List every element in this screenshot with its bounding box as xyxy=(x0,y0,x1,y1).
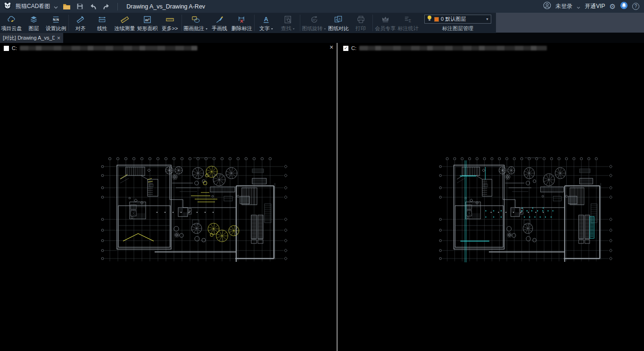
toolbar-rotate-drawing-button: 90°图纸旋转▼ xyxy=(301,13,327,33)
bulb-icon xyxy=(427,15,432,24)
compare-view: C: × ✓ C: xyxy=(0,43,644,351)
app-name: 熊猫CAD看图 xyxy=(16,2,50,10)
linear-label: 线性 xyxy=(97,25,107,32)
toolbar-layers-button[interactable]: 图层 xyxy=(23,13,45,33)
right-pane-header: ✓ C: xyxy=(343,44,547,52)
left-drawing-canvas[interactable] xyxy=(100,155,289,264)
title-bar: 熊猫CAD看图 xyxy=(0,0,644,13)
text-label: 文字 xyxy=(259,25,270,32)
settings-gear-icon[interactable]: ⚙ xyxy=(610,3,616,10)
toolbar-annotation-stats-button: Σ标注统计 xyxy=(396,13,420,33)
document-title: Drawing A_vs_Drawing A-Rev xyxy=(122,3,205,10)
toolbar-ribbon: 项目云盘图层N:N设置比例对齐线性连续测量m²矩形面积更多>>圈画批注▼手画线删… xyxy=(0,13,644,33)
toolbar-more-button[interactable]: 更多>> xyxy=(159,13,181,33)
cad-viewer-window: 熊猫CAD看图 xyxy=(0,0,644,351)
linear-icon xyxy=(98,14,107,25)
left-file-checkbox[interactable] xyxy=(4,46,9,51)
svg-text:N:N: N:N xyxy=(53,18,59,22)
compare-drawing-label: 图纸对比 xyxy=(328,25,349,32)
svg-text:A: A xyxy=(336,18,338,21)
redo-button[interactable] xyxy=(101,2,111,11)
rect-area-icon: m² xyxy=(143,14,152,25)
toolbar-separator xyxy=(372,15,373,31)
annotation-stats-label: 标注统计 xyxy=(398,25,419,32)
circle-annotate-label: 圈画批注 xyxy=(183,25,204,32)
toolbar-continuous-measure-button[interactable]: 连续测量 xyxy=(113,13,136,33)
more-label: 更多>> xyxy=(162,25,178,32)
right-file-path-redacted xyxy=(359,46,547,50)
toolbar-text-button[interactable]: A文字▼ xyxy=(256,13,277,33)
left-pane-close-icon[interactable]: × xyxy=(330,44,333,50)
open-file-button[interactable] xyxy=(62,2,71,11)
svg-text:VIP: VIP xyxy=(384,18,387,21)
rotate-drawing-icon: 90° xyxy=(310,14,319,25)
title-separator xyxy=(117,3,118,10)
pane-divider[interactable] xyxy=(337,43,338,351)
open-vip-button[interactable]: 开通VIP xyxy=(585,2,605,10)
set-scale-icon: N:N xyxy=(51,14,60,25)
continuous-measure-label: 连续测量 xyxy=(114,25,135,32)
vip-exclusive-label: 会员专享 xyxy=(375,25,396,32)
layer-dropdown-value: 0 默认图层 xyxy=(441,16,484,23)
toolbar-align-button[interactable]: 对齐 xyxy=(70,13,91,33)
login-status[interactable]: 未登录 xyxy=(555,2,572,10)
layer-color-swatch xyxy=(434,17,439,22)
tab-bar: [对比] Drawing A_vs_Dra... × xyxy=(0,33,644,43)
right-file-checkbox[interactable]: ✓ xyxy=(343,46,348,51)
toolbar-separator xyxy=(300,15,300,31)
find-icon xyxy=(283,14,292,25)
toolbar-separator xyxy=(254,15,255,31)
rotate-drawing-caret-icon: ▼ xyxy=(323,27,326,30)
toolbar-freehand-line-button[interactable]: 手画线 xyxy=(209,13,231,33)
tab-close-icon[interactable]: × xyxy=(57,35,60,41)
svg-text:m²: m² xyxy=(145,17,150,22)
toolbar-set-scale-button[interactable]: N:N设置比例 xyxy=(45,13,68,33)
user-account-icon[interactable] xyxy=(543,1,551,11)
toolbar-rect-area-button[interactable]: m²矩形面积 xyxy=(136,13,159,33)
continuous-measure-icon xyxy=(120,14,129,25)
project-cloud-label: 项目云盘 xyxy=(1,25,22,32)
svg-text:A: A xyxy=(339,17,341,20)
tab-compare-drawing[interactable]: [对比] Drawing A_vs_Dra... × xyxy=(0,33,63,43)
undo-button[interactable] xyxy=(88,2,98,11)
toolbar-separator xyxy=(68,15,69,31)
delete-annotation-icon xyxy=(237,14,246,25)
toolbar-circle-annotate-button[interactable]: 圈画批注▼ xyxy=(183,13,209,33)
tab-label: [对比] Drawing A_vs_Dra... xyxy=(3,34,55,42)
toolbar-compare-drawing-button[interactable]: AA图纸对比 xyxy=(327,13,350,33)
left-file-drive: C: xyxy=(12,45,17,51)
find-label: 查找 xyxy=(281,25,291,32)
right-drawing-canvas[interactable] xyxy=(438,155,614,264)
toolbar-separator xyxy=(182,15,182,31)
align-icon xyxy=(76,14,85,25)
delete-annotation-label: 删除标注 xyxy=(231,25,252,32)
toolbar-delete-annotation-button[interactable]: 删除标注 xyxy=(231,13,254,33)
freehand-line-label: 手画线 xyxy=(212,25,227,32)
svg-text:90°: 90° xyxy=(312,18,316,21)
annotation-layer-group: 0 默认图层▼标注图层管理 xyxy=(420,13,496,33)
compare-drawing-icon: AA xyxy=(334,14,343,25)
svg-text:Σ: Σ xyxy=(409,18,411,23)
left-pane-header: C: xyxy=(4,44,198,52)
login-chevron-icon[interactable] xyxy=(577,2,580,11)
set-scale-label: 设置比例 xyxy=(46,25,66,32)
toolbar-items: 项目云盘图层N:N设置比例对齐线性连续测量m²矩形面积更多>>圈画批注▼手画线删… xyxy=(0,13,496,33)
rotate-drawing-label: 图纸旋转 xyxy=(302,25,322,32)
save-button[interactable] xyxy=(75,2,84,11)
help-icon[interactable]: ? xyxy=(632,3,639,10)
layer-dropdown[interactable]: 0 默认图层▼ xyxy=(424,15,491,24)
notification-bell-icon[interactable] xyxy=(620,1,628,11)
toolbar-print-button: 打印 xyxy=(350,13,372,33)
more-icon xyxy=(165,14,174,25)
app-menu-chevron-icon[interactable] xyxy=(54,2,58,11)
circle-annotate-caret-icon: ▼ xyxy=(205,27,208,30)
layers-label: 图层 xyxy=(29,25,39,32)
svg-text:A: A xyxy=(264,16,268,22)
rect-area-label: 矩形面积 xyxy=(137,25,158,32)
annotation-layer-group-label: 标注图层管理 xyxy=(442,25,473,32)
text-caret-icon: ▼ xyxy=(271,27,273,30)
toolbar-linear-button[interactable]: 线性 xyxy=(91,13,113,33)
layers-icon xyxy=(29,14,38,25)
freehand-line-icon xyxy=(215,14,224,25)
toolbar-project-cloud-button[interactable]: 项目云盘 xyxy=(0,13,23,33)
